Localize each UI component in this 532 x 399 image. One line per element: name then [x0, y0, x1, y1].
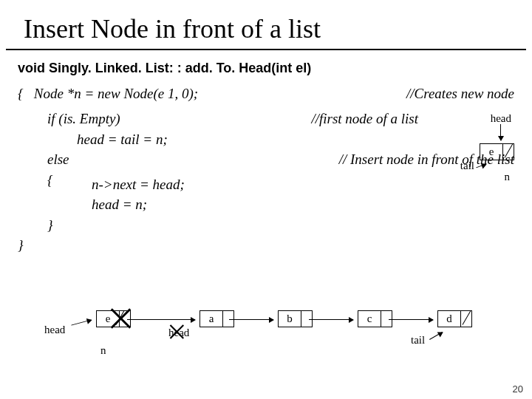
node-d: d — [437, 310, 472, 327]
node-c-val: c — [358, 311, 381, 327]
code-else: else — [18, 150, 69, 169]
page-number: 20 — [513, 383, 523, 395]
node-e: e — [480, 143, 514, 160]
null-slash-d — [462, 310, 472, 325]
arrow-head-e — [71, 319, 91, 325]
node-e-val: e — [480, 144, 503, 160]
node-b-val: b — [279, 311, 301, 327]
comment-create: //Creates new node — [406, 84, 514, 103]
code-open: { Node *n = new Node(e 1, 0); — [18, 84, 198, 103]
cross-out-oldhead-icon — [169, 324, 185, 340]
null-slash — [504, 143, 514, 158]
label-n: n — [505, 171, 511, 183]
diagram-list: head e n head a b c d tail — [44, 310, 502, 369]
arrow-tail2 — [429, 332, 443, 340]
slide-title: Insert Node in front of a list — [6, 0, 526, 50]
code-close: } — [18, 236, 514, 255]
label-head2: head — [44, 324, 65, 336]
cross-out-icon — [109, 307, 132, 330]
comment-first: //first node of a list — [311, 109, 418, 129]
label-head: head — [491, 112, 511, 125]
node-a-val: a — [200, 311, 223, 327]
arrow-head-down — [500, 124, 501, 140]
label-tail: tail — [460, 160, 474, 172]
label-n2: n — [100, 344, 106, 357]
node-d-val: d — [438, 311, 461, 327]
node-c: c — [358, 310, 392, 327]
diagram-single-node: head e tail n — [423, 130, 519, 219]
arrow-a-b — [229, 319, 273, 320]
arrow-tail — [476, 164, 485, 168]
arrow-e-a — [127, 319, 195, 320]
code-line-new: { Node *n = new Node(e 1, 0); //Creates … — [18, 84, 514, 103]
fn-signature: void Singly. Linked. List: : add. To. He… — [18, 59, 514, 77]
arrow-c-d — [389, 319, 433, 320]
node-b: b — [278, 310, 313, 327]
label-tail2: tail — [411, 334, 425, 347]
code-if: if (is. Empty) — [18, 109, 120, 129]
code-line-if: if (is. Empty) //first node of a list — [18, 109, 514, 129]
arrow-b-c — [309, 319, 353, 320]
